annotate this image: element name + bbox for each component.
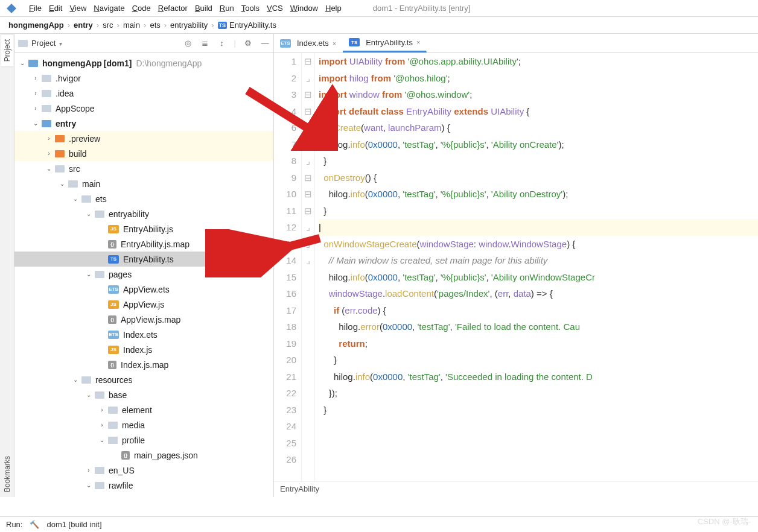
- menu-window[interactable]: Window: [287, 4, 322, 13]
- tree-row[interactable]: JSEntryAbility.js: [14, 221, 273, 236]
- tree-arrow[interactable]: [31, 75, 40, 81]
- close-icon[interactable]: ×: [333, 40, 336, 47]
- project-dropdown[interactable]: Project: [31, 39, 62, 48]
- tree-arrow[interactable]: [31, 90, 40, 97]
- side-tab-bookmarks[interactable]: Bookmarks: [1, 451, 13, 497]
- editor-tab[interactable]: TSEntryAbility.ts×: [343, 34, 427, 52]
- tree-row[interactable]: img.png: [14, 493, 273, 497]
- tree-arrow[interactable]: [71, 195, 80, 202]
- tree-arrow[interactable]: [31, 120, 40, 127]
- side-tool-strip: Project Bookmarks: [0, 34, 14, 497]
- tree-row[interactable]: en_US: [14, 463, 273, 478]
- editor-breadcrumb: EntryAbility: [274, 481, 758, 497]
- project-tree[interactable]: hongmengApp [dom1] D:\hongmengApp.hvigor…: [14, 53, 273, 497]
- tree-row[interactable]: JSIndex.js: [14, 342, 273, 357]
- tree-arrow[interactable]: [84, 391, 93, 398]
- tree-label: .idea: [56, 89, 74, 98]
- menu-file[interactable]: File: [25, 4, 45, 13]
- line-gutter: 1234678910111213141516171819202122232425…: [274, 53, 302, 481]
- editor-tab[interactable]: ETSIndex.ets×: [274, 34, 343, 52]
- tree-row[interactable]: {}EntryAbility.js.map: [14, 236, 273, 252]
- tree-arrow[interactable]: [45, 135, 53, 142]
- menu-refactor[interactable]: Refactor: [154, 4, 191, 13]
- run-tool-bar[interactable]: Run: 🔨 dom1 [build init]: [0, 516, 758, 532]
- tree-row[interactable]: JSAppView.js: [14, 297, 273, 312]
- menu-navigate[interactable]: Navigate: [90, 4, 128, 13]
- folder-icon: [18, 40, 28, 47]
- menu-view[interactable]: View: [66, 4, 90, 13]
- tree-arrow[interactable]: [18, 60, 27, 66]
- gear-icon[interactable]: ⚙: [243, 39, 253, 48]
- tree-row[interactable]: base: [14, 387, 273, 402]
- folder-blue-icon: [42, 120, 51, 127]
- tree-arrow[interactable]: [45, 150, 53, 157]
- menu-run[interactable]: Run: [216, 4, 238, 13]
- tree-label: media: [122, 420, 145, 430]
- menu-vcs[interactable]: VCS: [263, 4, 287, 13]
- menu-edit[interactable]: Edit: [45, 4, 66, 13]
- tree-label: src: [69, 164, 80, 174]
- tree-row[interactable]: ETSIndex.ets: [14, 327, 273, 342]
- code-content[interactable]: import UIAbility from '@ohos.app.ability…: [315, 53, 758, 481]
- tree-row[interactable]: src: [14, 161, 273, 176]
- ts-icon: TS: [349, 38, 360, 46]
- tree-row[interactable]: AppScope: [14, 101, 273, 116]
- breadcrumb-item[interactable]: hongmengApp: [6, 21, 66, 30]
- collapse-icon[interactable]: ↕: [217, 39, 227, 48]
- tree-label: main_pages.json: [134, 451, 198, 460]
- fold-gutter[interactable]: ⊟⌟⊟⊟⌟⊟⌟⊟⊟⊟⌟⌟⌟: [302, 53, 315, 481]
- breadcrumb-item[interactable]: src: [100, 21, 115, 30]
- tree-arrow[interactable]: [71, 376, 80, 383]
- tree-arrow[interactable]: [84, 211, 93, 217]
- tree-row[interactable]: {}main_pages.json: [14, 448, 273, 463]
- json-icon: {}: [108, 361, 116, 369]
- tree-row[interactable]: entryability: [14, 206, 273, 221]
- tree-row[interactable]: hongmengApp [dom1] D:\hongmengApp: [14, 55, 273, 71]
- tree-arrow[interactable]: [98, 437, 106, 443]
- tree-label: AppView.js: [123, 300, 164, 309]
- side-tab-project[interactable]: Project: [1, 34, 13, 67]
- breadcrumb-item[interactable]: entryability: [168, 21, 210, 30]
- minimize-icon[interactable]: —: [260, 39, 270, 48]
- tree-row[interactable]: pages: [14, 267, 273, 282]
- breadcrumb-item[interactable]: ets: [147, 21, 162, 30]
- tree-row[interactable]: element: [14, 402, 273, 417]
- tree-label: AppView.ets: [123, 285, 170, 294]
- folder-icon: [81, 376, 91, 384]
- tree-row[interactable]: build: [14, 146, 273, 161]
- tree-row[interactable]: main: [14, 176, 273, 191]
- tree-arrow[interactable]: [31, 105, 40, 112]
- expand-icon[interactable]: ≣: [200, 39, 210, 48]
- menu-code[interactable]: Code: [129, 4, 154, 13]
- tree-row[interactable]: .hvigor: [14, 71, 273, 86]
- tree-arrow[interactable]: [84, 271, 93, 277]
- close-icon[interactable]: ×: [416, 39, 420, 46]
- tree-row[interactable]: .preview: [14, 131, 273, 146]
- tree-row[interactable]: resources: [14, 372, 273, 387]
- tree-row[interactable]: rawfile: [14, 478, 273, 493]
- tree-row[interactable]: media: [14, 417, 273, 432]
- breadcrumb-item[interactable]: TSEntryAbility.ts: [215, 21, 279, 30]
- tree-arrow[interactable]: [84, 467, 93, 473]
- tree-row[interactable]: profile: [14, 432, 273, 448]
- tree-arrow[interactable]: [45, 165, 53, 172]
- menu-help[interactable]: Help: [322, 4, 345, 13]
- tree-arrow[interactable]: [98, 407, 106, 413]
- tree-row[interactable]: TSEntryAbility.ts: [14, 252, 273, 267]
- menu-build[interactable]: Build: [191, 4, 216, 13]
- window-title: dom1 - EntryAbility.ts [entry]: [373, 4, 471, 13]
- tree-row[interactable]: {}Index.js.map: [14, 357, 273, 372]
- tree-arrow[interactable]: [84, 482, 93, 489]
- tree-row[interactable]: entry: [14, 116, 273, 131]
- menu-tools[interactable]: Tools: [238, 4, 263, 13]
- tree-row[interactable]: ets: [14, 191, 273, 206]
- tree-arrow[interactable]: [58, 180, 66, 187]
- tree-row[interactable]: {}AppView.js.map: [14, 312, 273, 327]
- breadcrumb-item[interactable]: entry: [71, 21, 95, 30]
- js-icon: JS: [108, 300, 119, 309]
- target-icon[interactable]: ◎: [183, 39, 193, 48]
- breadcrumb-item[interactable]: main: [121, 21, 142, 30]
- tree-arrow[interactable]: [98, 422, 106, 428]
- tree-row[interactable]: ETSAppView.ets: [14, 282, 273, 297]
- tree-row[interactable]: .idea: [14, 86, 273, 101]
